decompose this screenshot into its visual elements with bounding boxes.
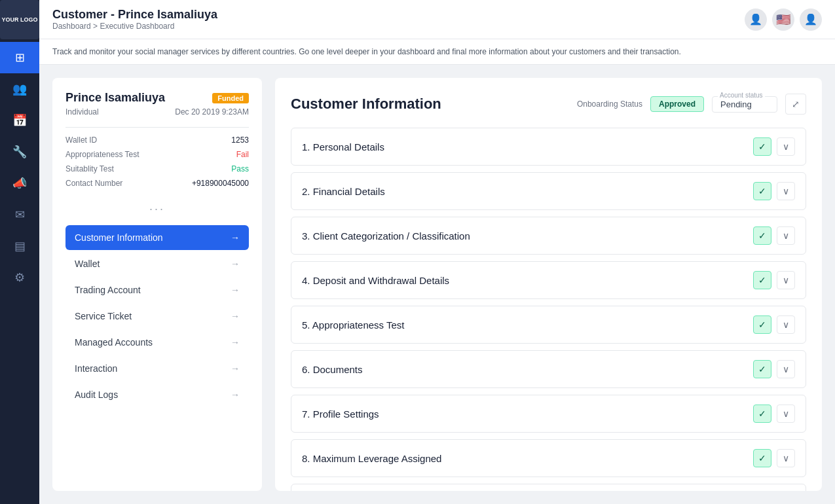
accordion-controls: ✓ ∨ [753, 182, 795, 200]
expand-button[interactable]: ⤢ [785, 94, 806, 115]
accordion-label: 6. Documents [302, 364, 363, 375]
accordion-controls: ✓ ∨ [753, 360, 795, 378]
chevron-down-icon[interactable]: ∨ [777, 271, 795, 289]
wallet-id-value: 1253 [231, 135, 249, 145]
contact-row: Contact Number +918900045000 [65, 179, 249, 188]
accordion-controls: ✓ ∨ [753, 271, 795, 289]
accordion-deposit-withdrawal[interactable]: 4. Deposit and Withdrawal Details ✓ ∨ [291, 261, 806, 299]
suitability-label: Suitablity Test [65, 164, 114, 173]
nav-item-interaction[interactable]: Interaction → [65, 356, 249, 381]
accordion-documents[interactable]: 6. Documents ✓ ∨ [291, 350, 806, 388]
chevron-down-icon[interactable]: ∨ [777, 137, 795, 156]
accordion-label: 5. Appropriateness Test [302, 319, 405, 331]
check-icon: ✓ [753, 226, 771, 245]
accordion-max-leverage[interactable]: 8. Maximum Leverage Assigned ✓ ∨ [291, 439, 806, 477]
nav-menu: Customer Information → Wallet → Trading … [65, 225, 249, 408]
check-icon: ✓ [753, 271, 771, 289]
accordion-label: 7. Profile Settings [302, 408, 379, 420]
chevron-down-icon[interactable]: ∨ [777, 405, 795, 423]
wallet-id-label: Wallet ID [65, 135, 97, 145]
approved-badge: Approved [650, 96, 704, 112]
accordion-client-categorization[interactable]: 3. Client Categorization / Classificatio… [291, 217, 806, 255]
settings-icon[interactable]: ⚙ [0, 262, 39, 293]
nav-item-customer-information[interactable]: Customer Information → [65, 225, 249, 250]
accordion-appropriateness-test[interactable]: 5. Appropriateness Test ✓ ∨ [291, 306, 806, 344]
accordion-fee-structure[interactable]: 9. Fee Structure ✓ ∨ [291, 484, 806, 491]
accordion-controls: ✓ ∨ [753, 137, 795, 156]
account-status-value: Pending [720, 99, 752, 109]
nav-label: Customer Information [75, 232, 163, 243]
contact-value: +918900045000 [192, 179, 249, 188]
calendar-icon[interactable]: 📅 [0, 105, 39, 136]
nav-item-trading-account[interactable]: Trading Account → [65, 278, 249, 302]
accordion-controls: ✓ ∨ [753, 405, 795, 423]
customer-type: Individual [65, 107, 99, 117]
top-header: Customer - Prince Isamaliuya Dashboard >… [39, 0, 835, 39]
check-icon: ✓ [753, 315, 771, 334]
nav-label: Wallet [75, 259, 100, 269]
accordion-label: 2. Financial Details [302, 186, 385, 197]
report-icon[interactable]: ▤ [0, 230, 39, 262]
chevron-down-icon[interactable]: ∨ [777, 315, 795, 334]
header-right-controls: Onboarding Status Approved Account statu… [577, 94, 806, 115]
more-button[interactable]: ... [65, 200, 249, 213]
appropriateness-value: Fail [236, 150, 249, 159]
customer-meta: Individual Dec 20 2019 9:23AM [65, 107, 249, 117]
check-icon: ✓ [753, 360, 771, 378]
user-avatar-icon[interactable]: 👤 [745, 9, 767, 31]
nav-item-audit-logs[interactable]: Audit Logs → [65, 382, 249, 407]
check-icon: ✓ [753, 405, 771, 423]
suitability-row: Suitablity Test Pass [65, 164, 249, 173]
wallet-id-row: Wallet ID 1253 [65, 135, 249, 145]
appropriateness-label: Appropriateness Test [65, 150, 139, 159]
funded-badge: Funded [212, 93, 249, 103]
page-content: Prince Isamaliuya Funded Individual Dec … [39, 65, 835, 504]
accordion-label: 1. Personal Details [302, 141, 384, 153]
logo: YOUR LOGO [0, 0, 39, 39]
nav-item-service-ticket[interactable]: Service Ticket → [65, 304, 249, 329]
dashboard-icon[interactable]: ⊞ [0, 42, 39, 73]
nav-label: Interaction [75, 363, 117, 374]
info-bar: Track and monitor your social manager se… [39, 39, 835, 65]
flag-icon[interactable]: 🇺🇸 [772, 9, 794, 31]
nav-label: Trading Account [75, 285, 141, 295]
account-icon[interactable]: 👤 [800, 9, 822, 31]
check-icon: ✓ [753, 137, 771, 156]
right-panel-header: Customer Information Onboarding Status A… [291, 94, 806, 115]
customer-header: Prince Isamaliuya Funded [65, 91, 249, 105]
breadcrumb: Dashboard > Executive Dashboard [52, 22, 217, 31]
main-area: Customer - Prince Isamaliuya Dashboard >… [39, 0, 835, 504]
users-icon[interactable]: 👥 [0, 73, 39, 105]
section-title: Customer Information [291, 96, 441, 113]
nav-item-wallet[interactable]: Wallet → [65, 251, 249, 276]
mail-icon[interactable]: ✉ [0, 199, 39, 230]
chevron-down-icon[interactable]: ∨ [777, 449, 795, 467]
chevron-down-icon[interactable]: ∨ [777, 182, 795, 200]
chevron-down-icon[interactable]: ∨ [777, 226, 795, 245]
accordion-controls: ✓ ∨ [753, 315, 795, 334]
check-icon: ✓ [753, 449, 771, 467]
info-text: Track and monitor your social manager se… [52, 47, 681, 56]
customer-name: Prince Isamaliuya [65, 91, 165, 105]
page-title: Customer - Prince Isamaliuya [52, 8, 217, 22]
megaphone-icon[interactable]: 📣 [0, 168, 39, 199]
contact-label: Contact Number [65, 179, 122, 188]
sidebar: YOUR LOGO ⊞ 👥 📅 🔧 📣 ✉ ▤ ⚙ [0, 0, 39, 504]
nav-label: Managed Accounts [75, 337, 153, 348]
tools-icon[interactable]: 🔧 [0, 136, 39, 168]
accordion-profile-settings[interactable]: 7. Profile Settings ✓ ∨ [291, 395, 806, 433]
right-panel: Customer Information Onboarding Status A… [275, 78, 822, 491]
accordion-label: 3. Client Categorization / Classificatio… [302, 230, 470, 242]
account-status-box: Account status Pending [712, 96, 777, 113]
customer-details: Wallet ID 1253 Appropriateness Test Fail… [65, 127, 249, 193]
customer-date: Dec 20 2019 9:23AM [175, 107, 249, 117]
chevron-down-icon[interactable]: ∨ [777, 360, 795, 378]
nav-item-managed-accounts[interactable]: Managed Accounts → [65, 330, 249, 355]
left-panel: Prince Isamaliuya Funded Individual Dec … [52, 78, 262, 491]
nav-arrow-icon: → [231, 337, 240, 348]
nav-arrow-icon: → [231, 311, 240, 321]
header-actions: 👤 🇺🇸 👤 [745, 9, 822, 31]
accordion-personal-details[interactable]: 1. Personal Details ✓ ∨ [291, 128, 806, 166]
accordion-financial-details[interactable]: 2. Financial Details ✓ ∨ [291, 172, 806, 210]
header-title: Customer - Prince Isamaliuya Dashboard >… [52, 8, 217, 31]
